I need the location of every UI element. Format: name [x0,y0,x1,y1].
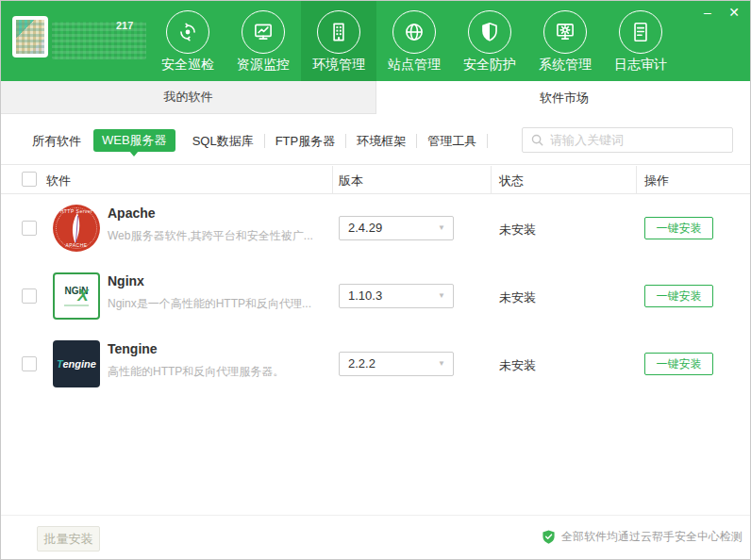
one-click-install-button[interactable]: 一键安装 [644,217,713,239]
nav-item-environment-manage[interactable]: 环境管理 [301,1,376,81]
selected-filter-pointer [129,151,139,156]
environment-manage-icon [317,10,360,54]
nav-label: 系统管理 [539,57,592,74]
filter-all-software[interactable]: 所有软件 [22,134,92,148]
row-checkbox[interactable] [22,221,37,236]
redacted-logo-mosaic [16,20,44,54]
chevron-down-icon: ▼ [438,285,445,307]
table-row-apache: HTTP Server APACHE Apache Web服务器软件,其跨平台和… [1,194,750,262]
select-all-checkbox[interactable] [22,172,37,187]
table-row-tengine: Tengine Tengine 高性能的HTTP和反向代理服务器。 2.2.2 … [1,330,750,398]
software-description: Nginx是一个高性能的HTTP和反向代理... [108,296,311,312]
nav-item-security-protect[interactable]: 安全防护 [452,1,527,81]
row-checkbox[interactable] [22,356,37,371]
system-manage-icon [543,10,587,54]
log-audit-icon [619,10,662,54]
column-divider [491,166,492,194]
chevron-down-icon: ▼ [438,353,445,375]
version-value: 1.10.3 [348,288,382,303]
tab-my-software[interactable]: 我的软件 [1,81,376,114]
site-manage-icon [392,10,436,54]
shield-check-icon [542,529,556,545]
filter-ftp-server[interactable]: FTP服务器 [265,134,347,148]
version-dropdown[interactable]: 1.10.3 ▼ [339,284,454,308]
filter-web-server[interactable]: WEB服务器 [93,129,175,152]
security-note: 全部软件均通过云帮手安全中心检测 [542,529,743,545]
one-click-install-button[interactable]: 一键安装 [644,285,713,307]
software-description: Web服务器软件,其跨平台和安全性被广... [108,228,313,244]
software-name: Apache [108,206,156,221]
column-divider [332,166,333,194]
status-text: 未安装 [499,289,536,306]
version-value: 2.4.29 [348,221,382,235]
apache-logo: HTTP Server APACHE [53,205,100,252]
software-name: Nginx [108,273,144,288]
col-action: 操作 [644,173,669,189]
tengine-logo-rest: engine [62,358,95,370]
nav-label: 安全防护 [463,57,516,74]
nav-item-log-audit[interactable]: 日志审计 [603,1,678,81]
column-divider [636,166,637,194]
row-checkbox[interactable] [22,288,37,304]
search-input[interactable] [550,133,725,147]
nginx-logo-subline [64,305,89,306]
minimize-button[interactable]: – [699,4,716,21]
search-box [522,127,733,153]
nav-item-system-manage[interactable]: 系统管理 [527,1,603,81]
table-header: 软件 版本 状态 操作 [1,164,750,194]
filter-web-server-label: WEB服务器 [102,133,167,147]
search-icon [530,133,544,147]
filter-manage-tools[interactable]: 管理工具 [417,134,488,148]
version-dropdown[interactable]: 2.4.29 ▼ [339,216,454,240]
table-row-nginx: NGiN X Nginx Nginx是一个高性能的HTTP和反向代理... 1.… [1,262,750,330]
version-dropdown[interactable]: 2.2.2 ▼ [339,352,454,376]
col-version: 版本 [339,173,363,189]
software-tabs: 我的软件 软件市场 [1,81,750,114]
security-scan-icon [166,10,209,54]
main-nav: 安全巡检 资源监控 [150,1,678,81]
nav-label: 安全巡检 [161,57,214,74]
filter-sql-database[interactable]: SQL数据库 [182,134,265,148]
nav-label: 环境管理 [312,57,365,74]
category-filter-bar: 所有软件 WEB服务器 SQL数据库 FTP服务器 环境框架 管理工具 [22,129,488,152]
close-button[interactable]: ✕ [726,4,743,21]
nav-label: 资源监控 [237,57,290,74]
one-click-install-button[interactable]: 一键安装 [644,353,713,375]
app-window: – ✕ 217 安全巡检 [0,0,751,560]
software-name: Tengine [108,341,158,356]
nginx-logo-x: X [77,289,88,302]
redacted-text-fragment: 217 [116,20,133,31]
top-navigation-bar: – ✕ 217 安全巡检 [1,1,750,81]
apache-ring-text-bottom: APACHE [53,242,100,248]
batch-install-button[interactable]: 批量安装 [37,526,100,552]
col-status: 状态 [499,173,524,189]
tab-software-market[interactable]: 软件市场 [376,81,751,114]
nav-item-site-manage[interactable]: 站点管理 [376,1,452,81]
app-logo [12,16,48,58]
nav-item-security-scan[interactable]: 安全巡检 [150,1,225,81]
version-value: 2.2.2 [348,356,376,371]
nav-label: 站点管理 [388,57,441,74]
security-protect-icon [468,10,511,54]
nav-item-resource-monitor[interactable]: 资源监控 [225,1,301,81]
nginx-logo: NGiN X [53,272,100,320]
tengine-logo: Tengine [53,340,100,387]
resource-monitor-icon [242,10,285,54]
security-note-text: 全部软件均通过云帮手安全中心检测 [561,529,743,545]
filter-env-framework[interactable]: 环境框架 [346,134,417,148]
status-text: 未安装 [499,357,536,374]
chevron-down-icon: ▼ [438,217,445,239]
nav-label: 日志审计 [614,57,667,74]
tengine-logo-text: Tengine [57,358,96,370]
software-description: 高性能的HTTP和反向代理服务器。 [108,364,284,380]
col-software: 软件 [46,173,71,189]
status-text: 未安装 [499,222,536,239]
footer-bar: 批量安装 全部软件均通过云帮手安全中心检测 [1,515,750,560]
